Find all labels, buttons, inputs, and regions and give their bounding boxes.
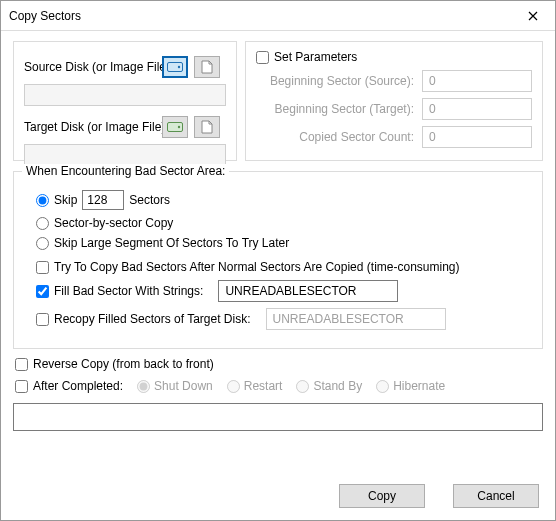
beginning-source-input[interactable] [422, 70, 532, 92]
skip-count-input[interactable] [82, 190, 124, 210]
parameters-panel: Set Parameters Beginning Sector (Source)… [245, 41, 543, 161]
svg-point-1 [178, 66, 180, 68]
beginning-target-label: Beginning Sector (Target): [275, 102, 414, 116]
fill-string-checkbox[interactable] [36, 285, 49, 298]
copy-button[interactable]: Copy [339, 484, 425, 508]
source-image-file-button[interactable] [194, 56, 220, 78]
svg-rect-2 [168, 123, 183, 132]
after-hibernate-label: Hibernate [393, 379, 445, 393]
source-disk-path [24, 84, 226, 106]
after-completed-checkbox[interactable] [15, 380, 28, 393]
disk-selection-panel: Source Disk (or Image File) Target Disk … [13, 41, 237, 161]
copied-count-label: Copied Sector Count: [299, 130, 414, 144]
target-disk-label: Target Disk (or Image File) [24, 120, 156, 134]
window-title: Copy Sectors [9, 9, 81, 23]
skip-unit-label: Sectors [129, 193, 170, 207]
beginning-target-input[interactable] [422, 98, 532, 120]
close-button[interactable] [510, 1, 555, 31]
skip-large-label: Skip Large Segment Of Sectors To Try Lat… [54, 236, 289, 250]
set-parameters-label: Set Parameters [274, 50, 357, 64]
disk-icon [167, 62, 183, 72]
after-standby-radio[interactable] [296, 380, 309, 393]
beginning-source-label: Beginning Sector (Source): [270, 74, 414, 88]
target-disk-path [24, 144, 226, 166]
titlebar: Copy Sectors [1, 1, 555, 31]
cancel-button[interactable]: Cancel [453, 484, 539, 508]
target-row: Target Disk (or Image File) [24, 116, 226, 138]
recopy-label: Recopy Filled Sectors of Target Disk: [54, 312, 251, 326]
dialog-footer: Copy Cancel [339, 484, 539, 508]
reverse-copy-label: Reverse Copy (from back to front) [33, 357, 214, 371]
disk-icon [167, 122, 183, 132]
bad-sector-fieldset: When Encountering Bad Sector Area: Skip … [13, 171, 543, 349]
bad-sector-legend: When Encountering Bad Sector Area: [22, 164, 229, 178]
fill-string-label: Fill Bad Sector With Strings: [54, 284, 203, 298]
after-shutdown-label: Shut Down [154, 379, 213, 393]
sector-by-sector-radio[interactable] [36, 217, 49, 230]
dialog-content: Source Disk (or Image File) Target Disk … [1, 31, 555, 443]
after-hibernate-radio[interactable] [376, 380, 389, 393]
set-parameters-checkbox[interactable] [256, 51, 269, 64]
after-shutdown-radio[interactable] [137, 380, 150, 393]
try-after-checkbox[interactable] [36, 261, 49, 274]
source-row: Source Disk (or Image File) [24, 56, 226, 78]
copied-count-input[interactable] [422, 126, 532, 148]
recopy-input[interactable] [266, 308, 446, 330]
target-image-file-button[interactable] [194, 116, 220, 138]
skip-large-radio[interactable] [36, 237, 49, 250]
skip-radio[interactable] [36, 194, 49, 207]
skip-label: Skip [54, 193, 77, 207]
target-disk-button[interactable] [162, 116, 188, 138]
after-standby-label: Stand By [313, 379, 362, 393]
command-input[interactable] [13, 403, 543, 431]
source-disk-label: Source Disk (or Image File) [24, 60, 156, 74]
after-restart-radio[interactable] [227, 380, 240, 393]
file-icon [201, 60, 213, 74]
sector-by-sector-label: Sector-by-sector Copy [54, 216, 173, 230]
after-completed-label: After Completed: [33, 379, 123, 393]
source-disk-button[interactable] [162, 56, 188, 78]
file-icon [201, 120, 213, 134]
fill-string-input[interactable] [218, 280, 398, 302]
recopy-checkbox[interactable] [36, 313, 49, 326]
after-restart-label: Restart [244, 379, 283, 393]
svg-point-3 [178, 126, 180, 128]
try-after-label: Try To Copy Bad Sectors After Normal Sec… [54, 260, 460, 274]
close-icon [528, 11, 538, 21]
svg-rect-0 [168, 63, 183, 72]
reverse-copy-checkbox[interactable] [15, 358, 28, 371]
